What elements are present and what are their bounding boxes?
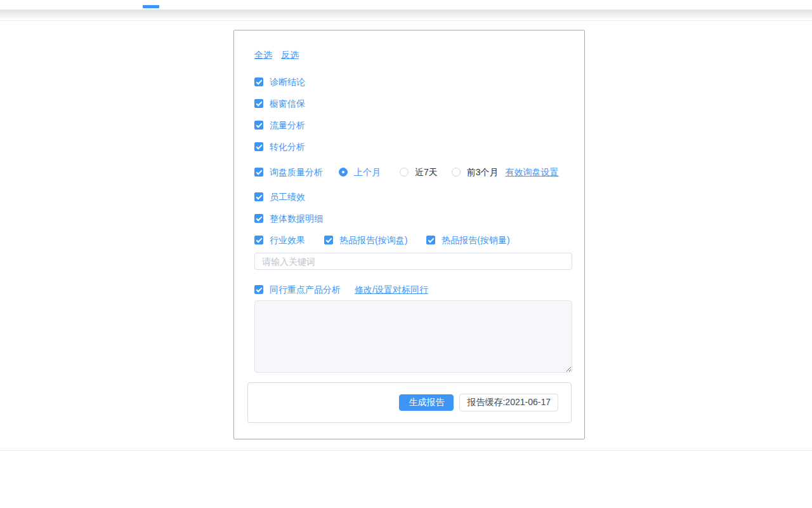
checkbox-label[interactable]: 橱窗信保: [270, 97, 305, 110]
radio-selected-icon[interactable]: [339, 168, 348, 177]
checkbox-checked-icon[interactable]: [254, 285, 263, 294]
row-conversion-analysis: 转化分析: [254, 140, 571, 153]
checkbox-label[interactable]: 热品报告(按销量): [442, 234, 509, 246]
checkbox-checked-icon[interactable]: [254, 192, 263, 201]
selection-links-row: 全选 反选: [254, 48, 571, 61]
modify-peer-link[interactable]: 修改/设置对标同行: [355, 283, 428, 296]
row-inquiry-quality: 询盘质量分析 上个月 近7天 前3个月 有效询盘设置: [254, 166, 571, 178]
checkbox-label[interactable]: 热品报告(按询盘): [339, 234, 407, 246]
radio-unselected-icon[interactable]: [400, 168, 409, 177]
header-separator: [0, 20, 812, 21]
checkbox-label[interactable]: 员工绩效: [270, 190, 305, 203]
checkbox-label[interactable]: 流量分析: [270, 119, 305, 131]
checkbox-checked-icon[interactable]: [324, 236, 333, 244]
row-showcase-trust: 橱窗信保: [254, 97, 571, 110]
checkbox-checked-icon[interactable]: [426, 236, 435, 244]
checkbox-checked-icon[interactable]: [254, 214, 263, 223]
checkbox-checked-icon[interactable]: [254, 168, 263, 177]
peer-companies-textarea[interactable]: [254, 300, 572, 373]
header-shadow: [0, 10, 812, 20]
checkbox-peer-key-products[interactable]: 同行重点产品分析: [254, 283, 341, 296]
select-all-link[interactable]: 全选: [254, 48, 272, 61]
report-cache-button[interactable]: 报告缓存:2021-06-17: [459, 394, 558, 411]
row-overall-data-detail: 整体数据明细: [254, 212, 571, 225]
generate-report-button[interactable]: 生成报告: [399, 394, 454, 411]
checkbox-label[interactable]: 转化分析: [270, 140, 305, 153]
checkbox-checked-icon[interactable]: [254, 142, 263, 151]
row-traffic-analysis: 流量分析: [254, 119, 571, 131]
checkbox-label[interactable]: 询盘质量分析: [270, 166, 323, 178]
checkbox-checked-icon[interactable]: [254, 121, 263, 130]
checkbox-hot-report-by-inquiry[interactable]: 热品报告(按询盘): [324, 234, 407, 246]
radio-last-month[interactable]: 上个月: [339, 166, 381, 178]
checkbox-traffic-analysis[interactable]: 流量分析: [254, 119, 305, 131]
checkbox-checked-icon[interactable]: [254, 99, 263, 108]
radio-label[interactable]: 前3个月: [467, 166, 499, 178]
checkbox-label[interactable]: 诊断结论: [270, 76, 305, 88]
checkbox-hot-report-by-sales[interactable]: 热品报告(按销量): [426, 234, 509, 246]
radio-label[interactable]: 近7天: [415, 166, 438, 178]
bottom-separator: [0, 450, 812, 451]
radio-unselected-icon[interactable]: [452, 168, 461, 177]
checkbox-diagnosis[interactable]: 诊断结论: [254, 76, 305, 88]
checkbox-industry-effect[interactable]: 行业效果: [254, 234, 305, 246]
keyword-input[interactable]: [254, 253, 572, 270]
checkbox-label[interactable]: 整体数据明细: [270, 212, 323, 225]
footer-actions: 生成报告 报告缓存:2021-06-17: [247, 382, 572, 423]
valid-inquiry-settings-link[interactable]: 有效询盘设置: [506, 166, 559, 178]
checkbox-employee-performance[interactable]: 员工绩效: [254, 190, 305, 203]
report-settings-card: 全选 反选 诊断结论 橱窗信保 流量分析 转化分析 询盘质量分析: [233, 30, 585, 439]
checkbox-conversion-analysis[interactable]: 转化分析: [254, 140, 305, 153]
row-hot-reports: 行业效果 热品报告(按询盘) 热品报告(按销量): [254, 234, 571, 246]
checkbox-checked-icon[interactable]: [254, 236, 263, 244]
radio-recent-7-days[interactable]: 近7天: [400, 166, 438, 178]
invert-selection-link[interactable]: 反选: [281, 48, 299, 61]
row-peer-analysis: 同行重点产品分析 修改/设置对标同行: [254, 283, 571, 296]
radio-previous-3-months[interactable]: 前3个月: [452, 166, 499, 178]
checkbox-inquiry-quality[interactable]: 询盘质量分析: [254, 166, 323, 178]
row-employee-performance: 员工绩效: [254, 190, 571, 203]
active-tab-indicator[interactable]: [143, 5, 159, 8]
checkbox-label[interactable]: 行业效果: [270, 234, 305, 246]
app-header: [0, 0, 812, 10]
checkbox-overall-data-detail[interactable]: 整体数据明细: [254, 212, 323, 225]
radio-label[interactable]: 上个月: [354, 166, 381, 178]
checkbox-label[interactable]: 同行重点产品分析: [270, 283, 341, 296]
checkbox-checked-icon[interactable]: [254, 77, 263, 86]
row-diagnosis: 诊断结论: [254, 76, 571, 88]
checkbox-showcase-trust[interactable]: 橱窗信保: [254, 97, 305, 110]
